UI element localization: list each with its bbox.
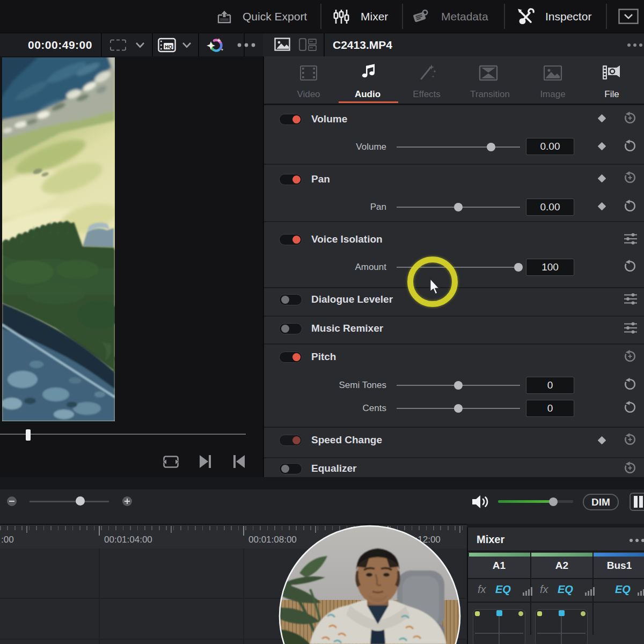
svg-text:HQ: HQ: [165, 43, 172, 49]
